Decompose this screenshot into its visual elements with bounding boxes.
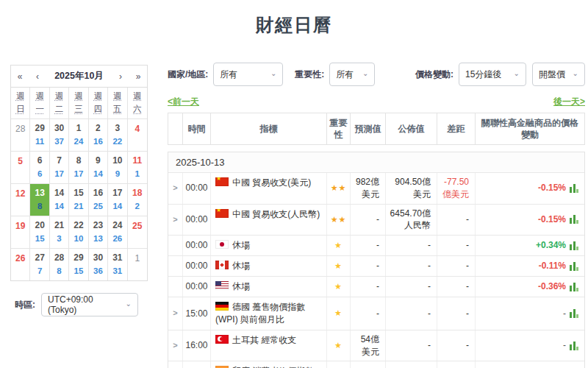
table-row[interactable]: >00:00中國 貿易收支(人民幣)★★-6454.70億人民幣--0.15% [168, 204, 584, 236]
table-row[interactable]: >16:00土耳其 經常收支★54億美元--- [168, 330, 584, 361]
calendar-day-cell[interactable]: 2426 [108, 216, 127, 249]
importance-cell: ★★ [327, 205, 351, 236]
bar-chart-icon[interactable] [570, 215, 578, 224]
calendar-event-count[interactable]: 8 [37, 200, 42, 213]
calendar-day-cell[interactable]: 216 [89, 119, 108, 152]
calendar-day-cell[interactable]: 1414 [50, 184, 69, 216]
actual-value: - [386, 236, 437, 255]
bar-chart-icon[interactable] [570, 241, 578, 250]
calendar-day-cell[interactable]: 66 [30, 152, 49, 184]
expander-cell[interactable]: > [168, 330, 183, 361]
expand-row-icon[interactable]: > [173, 308, 177, 319]
expander-cell[interactable]: > [168, 297, 183, 330]
calendar-event-count[interactable]: 1 [135, 168, 140, 180]
calendar-event-count[interactable]: 17 [54, 168, 64, 180]
calendar-day-cell[interactable]: 3036 [89, 249, 108, 280]
calendar-event-count[interactable]: 21 [74, 200, 84, 213]
calendar-day-cell[interactable]: 182 [128, 184, 147, 216]
expand-row-icon[interactable]: > [173, 183, 177, 194]
calendar-day-cell[interactable]: 28 [11, 119, 30, 152]
calendar-day-cell[interactable]: 914 [89, 152, 108, 184]
next-day-link[interactable]: 後一天> [553, 96, 585, 108]
calendar-day-cell[interactable]: 4 [128, 119, 147, 152]
calendar-event-count[interactable]: 11 [35, 135, 44, 148]
calendar-event-count[interactable]: 2 [135, 200, 140, 213]
bar-chart-icon[interactable] [570, 262, 578, 271]
calendar-event-count[interactable]: 14 [93, 168, 103, 180]
calendar-day-cell[interactable]: 12 [11, 184, 30, 216]
bar-chart-icon[interactable] [570, 342, 578, 350]
calendar-event-count[interactable]: 15 [74, 265, 84, 277]
table-row[interactable]: 00:00休場★----0.11% [168, 255, 584, 276]
calendar-next-month-button[interactable]: › [112, 71, 129, 82]
calendar-day-cell[interactable]: 1521 [69, 184, 88, 216]
table-row[interactable]: >19:30印度 消費者物價指數(CPI) 與去年同期比★★1.50%--- [168, 361, 584, 368]
bar-chart-icon[interactable] [570, 283, 578, 291]
calendar-day-cell[interactable]: 3131 [108, 249, 127, 280]
calendar-event-count[interactable]: 15 [35, 233, 45, 245]
event-indicator: 德國 躉售物價指數(WPI) 與前個月比 [211, 297, 327, 330]
expand-row-icon[interactable]: > [173, 340, 177, 351]
calendar-day-cell[interactable]: 2911 [30, 119, 49, 152]
calendar-day-cell[interactable]: 26 [11, 249, 30, 280]
calendar-day-cell[interactable]: 1714 [108, 184, 127, 216]
table-row[interactable]: 00:00休場★----0.36% [168, 276, 584, 297]
calendar-event-count[interactable]: 14 [112, 200, 122, 213]
calendar-event-count[interactable]: 24 [74, 135, 84, 148]
calendar-day-cell[interactable]: 124 [69, 119, 88, 152]
calendar-day-cell[interactable]: 1625 [89, 184, 108, 216]
calendar-event-count[interactable]: 25 [93, 200, 103, 213]
bar-chart-icon[interactable] [570, 309, 578, 318]
calendar-day-cell[interactable]: 717 [50, 152, 69, 184]
calendar-event-count[interactable]: 36 [93, 265, 103, 277]
calendar-event-count[interactable]: 9 [115, 168, 120, 180]
expander-cell[interactable]: > [168, 173, 183, 204]
calendar-day-cell[interactable]: 2915 [69, 249, 88, 280]
calendar-day-cell[interactable]: 138 [30, 184, 49, 216]
price-change-interval-select[interactable]: 15分鐘後 ⌄ [459, 63, 526, 86]
calendar-event-count[interactable]: 22 [112, 135, 122, 148]
timezone-select[interactable]: UTC+09:00 (Tokyo) ⌄ [41, 293, 138, 316]
calendar-day-cell[interactable]: 2210 [69, 216, 88, 249]
price-type-select[interactable]: 開盤價 ⌄ [532, 63, 585, 86]
calendar-day-cell[interactable]: 322 [108, 119, 127, 152]
calendar-event-count[interactable]: 3 [57, 233, 61, 245]
expand-row-icon[interactable]: > [173, 214, 177, 225]
table-row[interactable]: >00:00中國 貿易收支(美元)★★982億美元904.50億美元-77.50… [168, 172, 584, 204]
calendar-day-cell[interactable]: 277 [30, 249, 49, 280]
calendar-event-count[interactable]: 16 [93, 135, 103, 148]
calendar-event-count[interactable]: 6 [37, 168, 42, 180]
calendar-day-cell[interactable]: 111 [128, 152, 147, 184]
bar-chart-icon[interactable] [570, 184, 578, 193]
calendar-day-cell[interactable]: 19 [11, 216, 30, 249]
calendar-event-count[interactable]: 14 [54, 200, 64, 213]
calendar-day-cell[interactable]: 25 [128, 216, 147, 249]
prev-day-link[interactable]: <前一天 [168, 96, 199, 108]
expander-cell[interactable]: > [168, 205, 183, 236]
table-row[interactable]: >15:00德國 躉售物價指數(WPI) 與前個月比★---- [168, 297, 584, 330]
calendar-day-cell[interactable]: 2313 [89, 216, 108, 249]
expander-cell[interactable]: > [168, 361, 183, 368]
calendar-event-count[interactable]: 8 [57, 265, 61, 277]
calendar-event-count[interactable]: 13 [93, 233, 103, 245]
calendar-day-cell[interactable]: 1 [128, 249, 147, 280]
calendar-event-count[interactable]: 37 [54, 135, 64, 148]
country-select[interactable]: 所有 ⌄ [213, 63, 283, 86]
calendar-prev-month-button[interactable]: ‹ [29, 71, 46, 82]
calendar-event-count[interactable]: 26 [112, 233, 122, 245]
calendar-last-month-button[interactable]: » [129, 71, 147, 82]
importance-select[interactable]: 所有 ⌄ [329, 63, 375, 86]
table-row[interactable]: 00:00休場★---+0.34% [168, 235, 584, 255]
calendar-day-cell[interactable]: 3037 [50, 119, 69, 152]
calendar-day-cell[interactable]: 2015 [30, 216, 49, 249]
calendar-day-cell[interactable]: 5 [11, 152, 30, 184]
calendar-day-cell[interactable]: 109 [108, 152, 127, 184]
calendar-event-count[interactable]: 7 [37, 265, 42, 277]
calendar-day-cell[interactable]: 817 [69, 152, 88, 184]
calendar-event-count[interactable]: 17 [74, 168, 84, 180]
calendar-day-cell[interactable]: 213 [50, 216, 69, 249]
calendar-day-cell[interactable]: 288 [50, 249, 69, 280]
calendar-event-count[interactable]: 10 [74, 233, 84, 245]
calendar-event-count[interactable]: 31 [112, 265, 122, 277]
calendar-first-month-button[interactable]: « [11, 71, 29, 82]
